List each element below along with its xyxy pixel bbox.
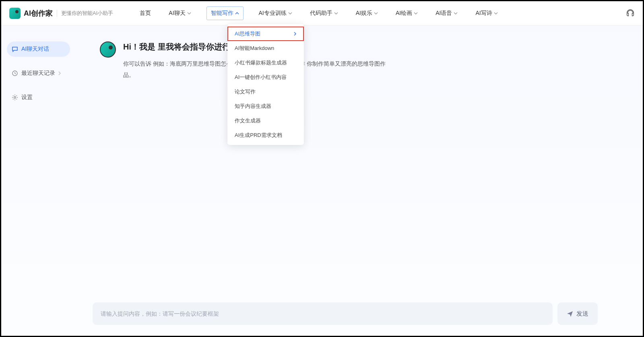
nav-ai-chat[interactable]: AI聊天 [166, 6, 193, 20]
chevron-down-icon [454, 11, 458, 15]
dropdown-item-essay[interactable]: 作文生成器 [227, 114, 304, 128]
gear-icon [12, 94, 18, 101]
dropdown-label: 论文写作 [235, 88, 256, 95]
smart-writing-dropdown: AI思维导图 AI智能Markdown 小红书爆款标题生成器 AI一键创作小红书… [227, 24, 304, 145]
chevron-down-icon [374, 11, 378, 15]
chevron-down-icon [288, 11, 292, 15]
prompt-input-box[interactable] [93, 302, 553, 325]
nav-label: 代码助手 [310, 10, 332, 17]
nav: 首页 AI聊天 智能写作 AI专业训练 代码助手 AI娱乐 AI绘画 AI语音 … [137, 6, 500, 20]
dropdown-label: AI一键创作小红书内容 [235, 74, 287, 81]
dropdown-label: 知乎内容生成器 [235, 103, 271, 110]
header-right [626, 9, 635, 18]
nav-label: 首页 [140, 10, 151, 17]
dropdown-label: AI智能Markdown [235, 45, 274, 52]
assistant-avatar [100, 41, 116, 58]
nav-label: 智能写作 [211, 10, 233, 17]
nav-label: AI专业训练 [259, 10, 287, 17]
dropdown-label: AI生成PRD需求文档 [235, 132, 282, 139]
nav-label: AI聊天 [169, 10, 185, 17]
logo-text: AI创作家 [24, 8, 53, 18]
dropdown-item-markdown[interactable]: AI智能Markdown [227, 41, 304, 56]
chevron-down-icon [334, 11, 338, 15]
content: Hi！我是 里我将会指导你进行思维导图制作~ 你可以告诉 例如：海底两万里思维导… [76, 25, 643, 336]
dropdown-label: 作文生成器 [235, 117, 261, 124]
send-icon [567, 310, 573, 317]
nav-code-helper[interactable]: 代码助手 [308, 6, 341, 20]
send-button[interactable]: 发送 [557, 302, 598, 325]
chevron-up-icon [235, 11, 239, 15]
dropdown-item-mindmap[interactable]: AI思维导图 [227, 27, 304, 41]
tagline: 更懂你的智能AI小助手 [57, 10, 113, 17]
chat-icon [12, 46, 18, 52]
nav-ai-voice[interactable]: AI语音 [433, 6, 460, 20]
headset-icon[interactable] [626, 9, 635, 18]
nav-home[interactable]: 首页 [137, 6, 153, 20]
sidebar-item-history[interactable]: 最近聊天记录 [7, 66, 70, 81]
dropdown-item-prd[interactable]: AI生成PRD需求文档 [227, 128, 304, 143]
main: AI聊天对话 最近聊天记录 设置 Hi！我是 里我将会指导你进行思维导图制作~ … [1, 25, 643, 336]
nav-label: AI娱乐 [356, 10, 372, 17]
chevron-right-icon [58, 71, 61, 75]
nav-pro-training[interactable]: AI专业训练 [256, 6, 295, 20]
nav-ai-poetry[interactable]: AI写诗 [473, 6, 500, 20]
chevron-down-icon [494, 11, 498, 15]
dropdown-item-zhihu[interactable]: 知乎内容生成器 [227, 99, 304, 114]
dropdown-item-xiaohongshu-title[interactable]: 小红书爆款标题生成器 [227, 56, 304, 70]
prompt-input[interactable] [101, 310, 545, 317]
nav-ai-painting[interactable]: AI绘画 [393, 6, 420, 20]
dropdown-item-xiaohongshu-content[interactable]: AI一键创作小红书内容 [227, 70, 304, 85]
sidebar-label: AI聊天对话 [21, 45, 49, 53]
chevron-right-icon [293, 32, 297, 36]
sidebar-label: 设置 [21, 94, 33, 101]
svg-point-1 [14, 97, 16, 98]
logo-icon [9, 8, 21, 19]
nav-ai-entertainment[interactable]: AI娱乐 [353, 6, 380, 20]
dropdown-item-thesis[interactable]: 论文写作 [227, 85, 304, 99]
chevron-down-icon [187, 11, 191, 15]
sidebar: AI聊天对话 最近聊天记录 设置 [1, 25, 76, 336]
input-bar: 发送 [93, 302, 598, 325]
dropdown-label: 小红书爆款标题生成器 [235, 59, 287, 66]
nav-label: AI绘画 [396, 10, 412, 17]
sidebar-item-settings[interactable]: 设置 [7, 90, 70, 105]
header: AI创作家 更懂你的智能AI小助手 首页 AI聊天 智能写作 AI专业训练 代码… [1, 1, 643, 25]
send-label: 发送 [576, 310, 588, 318]
chevron-down-icon [414, 11, 418, 15]
sidebar-label: 最近聊天记录 [21, 70, 55, 77]
sidebar-item-chat[interactable]: AI聊天对话 [7, 41, 70, 57]
nav-smart-writing[interactable]: 智能写作 [206, 6, 244, 20]
dropdown-label: AI思维导图 [235, 30, 260, 37]
logo[interactable]: AI创作家 [9, 8, 53, 19]
clock-icon [12, 70, 18, 76]
nav-label: AI写诗 [475, 10, 492, 17]
nav-label: AI语音 [436, 10, 452, 17]
